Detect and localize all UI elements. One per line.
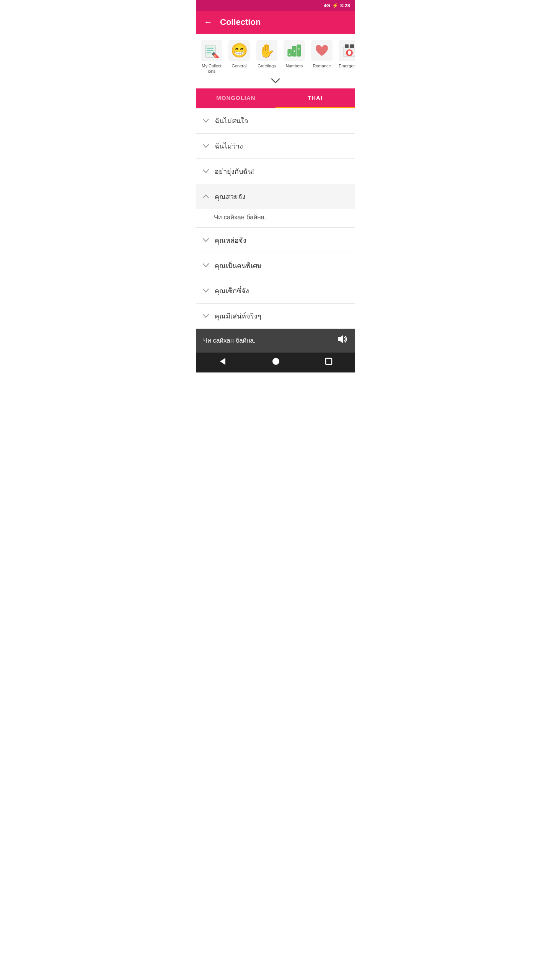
thai-tab-label: THAI [308,95,323,101]
svg-marker-20 [220,358,225,365]
general-icon-wrap: 😁 [228,40,250,61]
emergency-icon [342,43,355,58]
chevron-icon-3 [202,169,209,173]
speaker-button[interactable] [336,333,348,348]
svg-marker-19 [338,335,343,343]
romance-label: Romance [313,63,331,69]
nav-back-button[interactable] [211,354,235,371]
back-button[interactable]: ← [202,16,214,29]
categories-list: My Collect ions 😁 General ✋ Greetings 2 [198,40,353,74]
phrase-text-2: ฉันไม่ว่าง [215,140,243,152]
phrase-text-7: คุณเซ็กซี่จัง [215,285,249,296]
nav-home-button[interactable] [264,354,288,371]
category-general[interactable]: 😁 General [227,40,251,74]
phrase-header-6[interactable]: คุณเป็นคนพิเศษ [196,253,355,278]
phrase-row-8: คุณมีเสน่ห์จริงๆ [196,304,355,329]
page-title: Collection [220,17,261,27]
svg-rect-22 [326,358,332,364]
greetings-label: Greetings [258,63,276,69]
phrase-row-3: อย่ายุ่งกับฉัน! [196,159,355,184]
svg-rect-18 [349,51,350,55]
numbers-icon: 2 1 3 [287,43,302,58]
phrase-translation-4: Чи сайхан байна. [196,209,355,227]
greetings-icon-wrap: ✋ [256,40,277,61]
phrase-text-8: คุณมีเสน่ห์จริงๆ [215,310,261,322]
phrase-row-5: คุณหล่อจัง [196,228,355,253]
battery-icon: ⚡ [332,3,338,8]
general-icon: 😁 [231,42,248,59]
romance-icon [314,43,329,58]
app-bar: ← Collection [196,11,355,34]
category-romance[interactable]: Romance [310,40,334,74]
phrase-header-2[interactable]: ฉันไม่ว่าง [196,134,355,158]
chevron-icon-4 [202,194,209,199]
nav-home-icon [272,357,280,366]
numbers-label: Numbers [286,63,303,69]
category-my-collections[interactable]: My Collect ions [199,40,224,74]
mongolian-tab-label: MONGOLIAN [216,95,255,101]
phrase-text-3: อย่ายุ่งกับฉัน! [215,166,254,177]
status-icons: 4G ⚡ 3:28 [324,3,350,8]
category-emergency[interactable]: Emergency [337,40,355,74]
romance-icon-wrap [311,40,333,61]
phrase-list: ฉันไม่สนใจ ฉันไม่ว่าง อย่ายุ่งกับฉัน! คุ… [196,108,355,329]
phrase-text-5: คุณหล่อจัง [215,235,246,246]
emergency-label: Emergency [339,63,355,69]
chevron-icon-2 [202,144,209,148]
nav-back-icon [218,357,227,366]
audio-bar: Чи сайхан байна. [196,329,355,353]
tab-thai[interactable]: THAI [276,88,355,108]
category-greetings[interactable]: ✋ Greetings [254,40,279,74]
phrase-text-1: ฉันไม่สนใจ [215,115,248,126]
category-numbers[interactable]: 2 1 3 Numbers [282,40,306,74]
phrase-header-7[interactable]: คุณเซ็กซี่จัง [196,278,355,303]
phrase-text-4: คุณสวยจัง [215,191,246,202]
phrase-row-4: คุณสวยจัง Чи сайхан байна. [196,184,355,228]
phrase-row-2: ฉันไม่ว่าง [196,134,355,159]
chevron-icon-6 [202,263,209,268]
phrase-header-4[interactable]: คุณสวยจัง [196,184,355,209]
time-display: 3:28 [340,3,350,8]
svg-text:3: 3 [298,48,300,51]
phrase-row-7: คุณเซ็กซี่จัง [196,278,355,304]
my-collections-icon [204,43,219,58]
my-collections-icon-wrap [201,40,222,61]
chevron-icon-1 [202,118,209,123]
chevron-icon-5 [202,238,209,242]
tab-mongolian[interactable]: MONGOLIAN [196,88,276,108]
phrase-header-3[interactable]: อย่ายุ่งกับฉัน! [196,159,355,184]
expand-categories-button[interactable] [271,77,280,85]
nav-bar [196,353,355,372]
signal-icon: 4G [324,3,330,8]
svg-point-21 [272,358,279,365]
emergency-icon-wrap [339,40,355,61]
svg-text:2: 2 [289,52,290,55]
status-bar: 4G ⚡ 3:28 [196,0,355,11]
chevron-icon-7 [202,288,209,293]
nav-recents-icon [325,358,333,365]
phrase-row-6: คุณเป็นคนพิเศษ [196,253,355,278]
phrase-text-6: คุณเป็นคนพิเศษ [215,260,262,271]
svg-rect-15 [350,44,354,48]
svg-rect-14 [345,44,349,48]
svg-text:1: 1 [293,49,295,52]
greetings-icon: ✋ [259,43,275,58]
my-collections-label: My Collect ions [199,63,224,74]
chevron-down-icon [271,78,280,83]
phrase-header-1[interactable]: ฉันไม่สนใจ [196,108,355,133]
phrase-row-1: ฉันไม่สนใจ [196,108,355,134]
speaker-icon [336,333,348,345]
phrase-header-8[interactable]: คุณมีเสน่ห์จริงๆ [196,304,355,328]
language-tabs: MONGOLIAN THAI [196,88,355,108]
numbers-icon-wrap: 2 1 3 [284,40,305,61]
audio-text: Чи сайхан байна. [203,337,256,345]
phrase-header-5[interactable]: คุณหล่อจัง [196,228,355,253]
chevron-icon-8 [202,314,209,318]
general-label: General [231,63,246,69]
nav-recents-button[interactable] [317,354,340,371]
svg-rect-9 [297,45,301,56]
category-row: My Collect ions 😁 General ✋ Greetings 2 [196,34,355,88]
